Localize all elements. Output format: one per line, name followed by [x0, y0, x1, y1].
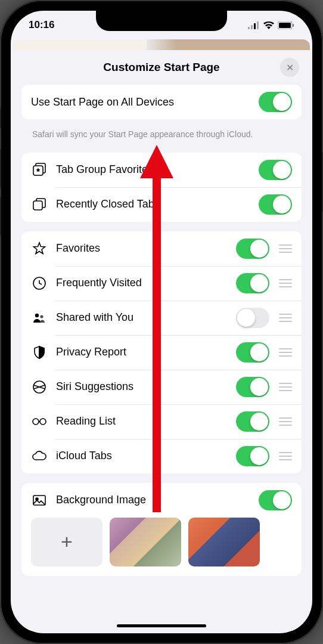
icloud-tabs-toggle[interactable] — [236, 446, 269, 466]
volume-up — [0, 149, 1, 188]
favorites-label: Favorites — [56, 242, 236, 255]
background-image-row: Background Image — [21, 483, 302, 518]
shield-icon — [31, 344, 48, 361]
frequently-visited-label: Frequently Visited — [56, 277, 236, 289]
use-start-page-toggle[interactable] — [259, 92, 292, 112]
background-image-label: Background Image — [56, 494, 259, 506]
favorites-reorder-handle[interactable] — [279, 244, 292, 253]
frequently-visited-row: Frequently Visited — [21, 266, 302, 301]
status-time: 10:16 — [29, 19, 54, 31]
shared-with-you-label: Shared with You — [56, 311, 236, 324]
tab-group-favorites-icon — [31, 162, 48, 178]
svg-rect-2 — [254, 23, 256, 29]
background-option-1[interactable] — [110, 518, 181, 566]
recently-closed-row: Recently Closed Tabs — [21, 187, 302, 222]
home-indicator[interactable] — [117, 624, 206, 627]
tab-group-favorites-toggle[interactable] — [259, 160, 292, 180]
glasses-icon — [31, 413, 48, 430]
sync-group: Use Start Page on All Devices — [21, 85, 302, 119]
privacy-report-toggle[interactable] — [236, 342, 269, 363]
screen: 10:16 Customize Start Page ✕ Use Start P… — [11, 11, 312, 633]
plus-icon: + — [61, 530, 73, 553]
clock-icon — [31, 275, 48, 292]
frequently-visited-toggle[interactable] — [236, 273, 269, 293]
cellular-icon — [248, 21, 260, 29]
status-right — [248, 21, 294, 29]
svg-point-13 — [33, 419, 39, 425]
reading-list-label: Reading List — [56, 415, 236, 428]
svg-point-11 — [40, 315, 43, 318]
shared-with-you-toggle[interactable] — [236, 308, 269, 328]
svg-rect-0 — [248, 27, 250, 29]
siri-suggestions-label: Siri Suggestions — [56, 380, 236, 393]
tabs-group: Tab Group Favorites Recently Closed Tabs — [21, 153, 302, 222]
svg-rect-6 — [293, 24, 294, 27]
svg-point-14 — [40, 419, 46, 425]
recently-closed-toggle[interactable] — [259, 194, 292, 215]
tab-group-favorites-row: Tab Group Favorites — [21, 153, 302, 187]
use-start-page-row: Use Start Page on All Devices — [21, 85, 302, 119]
icloud-tabs-label: iCloud Tabs — [56, 450, 236, 462]
mute-switch — [0, 107, 1, 128]
use-start-page-label: Use Start Page on All Devices — [31, 96, 259, 109]
frequently-visited-reorder-handle[interactable] — [279, 279, 292, 287]
svg-rect-8 — [33, 201, 42, 210]
background-option-2[interactable] — [188, 518, 260, 566]
shared-icon — [31, 309, 48, 326]
svg-rect-5 — [279, 23, 291, 28]
background-image-toggle[interactable] — [259, 490, 292, 510]
star-icon — [31, 240, 48, 257]
favorites-row: Favorites — [21, 231, 302, 266]
recently-closed-icon — [31, 196, 48, 213]
background-thumbnails: + — [21, 518, 302, 576]
icloud-tabs-row: iCloud Tabs — [21, 439, 302, 473]
reading-list-toggle[interactable] — [236, 411, 269, 432]
siri-suggestions-reorder-handle[interactable] — [279, 383, 292, 391]
volume-down — [0, 197, 1, 236]
reorder-group: Favorites Frequently Visited Shared with… — [21, 231, 302, 473]
sheet-header: Customize Start Page ✕ — [21, 50, 302, 85]
svg-rect-1 — [251, 25, 253, 29]
wifi-icon — [263, 21, 274, 29]
svg-point-10 — [35, 313, 39, 317]
privacy-report-row: Privacy Report — [21, 335, 302, 370]
cloud-icon — [31, 448, 48, 465]
siri-suggestions-row: Siri Suggestions — [21, 370, 302, 404]
notch — [96, 11, 227, 31]
shared-with-you-reorder-handle[interactable] — [279, 314, 292, 322]
shared-with-you-row: Shared with You — [21, 301, 302, 335]
image-icon — [31, 492, 48, 509]
background-page-peek — [13, 39, 310, 50]
sync-footer-text: Safari will sync your Start Page appeara… — [21, 129, 302, 153]
close-button[interactable]: ✕ — [280, 58, 299, 77]
add-background-button[interactable]: + — [31, 518, 103, 566]
sheet-title: Customize Start Page — [103, 61, 219, 74]
background-group: Background Image + — [21, 483, 302, 576]
favorites-toggle[interactable] — [236, 239, 269, 259]
siri-icon — [31, 379, 48, 395]
svg-rect-3 — [257, 21, 259, 29]
privacy-report-reorder-handle[interactable] — [279, 348, 292, 357]
phone-frame: 10:16 Customize Start Page ✕ Use Start P… — [0, 0, 323, 644]
reading-list-row: Reading List — [21, 404, 302, 439]
privacy-report-label: Privacy Report — [56, 346, 236, 358]
tab-group-favorites-label: Tab Group Favorites — [56, 163, 259, 176]
close-icon: ✕ — [286, 62, 294, 73]
battery-icon — [278, 21, 294, 29]
icloud-tabs-reorder-handle[interactable] — [279, 452, 292, 460]
siri-suggestions-toggle[interactable] — [236, 377, 269, 397]
customize-sheet: Customize Start Page ✕ Use Start Page on… — [13, 50, 310, 631]
recently-closed-label: Recently Closed Tabs — [56, 198, 259, 210]
reading-list-reorder-handle[interactable] — [279, 417, 292, 426]
